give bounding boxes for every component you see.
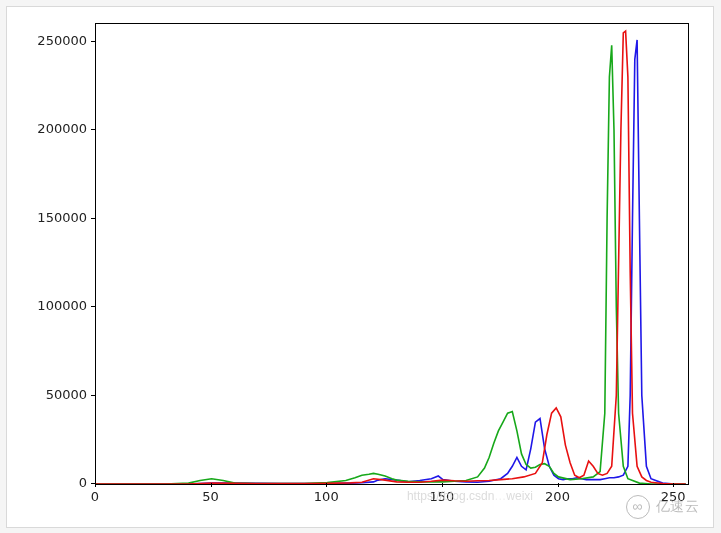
x-tick-label: 50 [202, 489, 219, 504]
plot-area [95, 23, 689, 485]
y-tick-label: 0 [17, 475, 87, 490]
x-tick [95, 483, 96, 487]
y-tick [91, 129, 95, 130]
y-tick-label: 250000 [17, 33, 87, 48]
x-tick [211, 483, 212, 487]
y-tick-label: 200000 [17, 121, 87, 136]
series-red [96, 31, 686, 484]
faint-watermark: https://blog.csdn…weixi [407, 489, 533, 503]
x-tick [442, 483, 443, 487]
x-tick [558, 483, 559, 487]
x-tick-label: 0 [91, 489, 99, 504]
y-tick-label: 50000 [17, 387, 87, 402]
y-tick [91, 395, 95, 396]
x-tick [326, 483, 327, 487]
x-tick [673, 483, 674, 487]
y-tick [91, 41, 95, 42]
brand-watermark: 亿速云 [626, 495, 700, 519]
y-tick-label: 150000 [17, 210, 87, 225]
y-tick [91, 306, 95, 307]
chart-frame: 050000100000150000200000250000 050100150… [6, 6, 714, 528]
y-tick [91, 218, 95, 219]
series-green [96, 45, 686, 484]
brand-text: 亿速云 [656, 498, 700, 516]
cloud-icon [626, 495, 650, 519]
line-series [96, 24, 688, 484]
y-tick-label: 100000 [17, 298, 87, 313]
series-blue [96, 40, 686, 484]
x-tick-label: 200 [545, 489, 570, 504]
x-tick-label: 100 [314, 489, 339, 504]
